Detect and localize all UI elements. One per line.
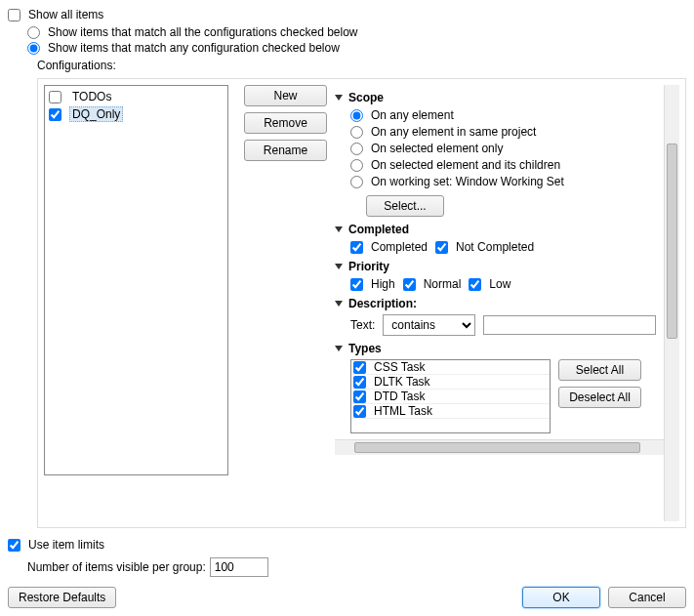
priority-high-label: High [371, 277, 395, 291]
scope-selected-label: On selected element only [371, 142, 503, 155]
priority-low-checkbox[interactable] [469, 278, 481, 291]
type-item-label: DTD Task [374, 390, 425, 403]
type-item[interactable]: DLTK Task [351, 375, 550, 390]
type-item-checkbox[interactable] [353, 405, 366, 418]
priority-header[interactable]: Priority [335, 260, 656, 273]
priority-low-label: Low [489, 277, 510, 291]
configurations-label: Configurations: [8, 59, 686, 72]
select-working-set-button[interactable]: Select... [366, 195, 444, 217]
use-item-limits-checkbox[interactable] [8, 539, 20, 552]
type-item-label: DLTK Task [374, 375, 430, 389]
type-item-checkbox[interactable] [353, 361, 366, 374]
scope-any-label: On any element [371, 108, 454, 122]
types-list[interactable]: CSS Task DLTK Task DTD Task HTML Task [350, 359, 551, 433]
scope-header[interactable]: Scope [335, 91, 656, 104]
vertical-scrollbar[interactable] [664, 85, 679, 521]
priority-normal-label: Normal [424, 277, 462, 291]
show-all-items-checkbox[interactable] [8, 9, 20, 21]
scope-any-project-radio[interactable] [350, 126, 363, 139]
scope-any-radio[interactable] [350, 109, 363, 122]
ok-button[interactable]: OK [522, 587, 600, 608]
configurations-panel: TODOs DQ_Only New Remove Rename Scope [37, 78, 686, 528]
chevron-down-icon [335, 95, 343, 101]
config-item-label: TODOs [69, 89, 114, 104]
deselect-all-button[interactable]: Deselect All [558, 387, 641, 408]
description-header[interactable]: Description: [335, 297, 656, 310]
config-item-checkbox[interactable] [49, 91, 61, 103]
select-all-button[interactable]: Select All [558, 359, 641, 381]
match-all-radio[interactable] [27, 26, 40, 39]
chevron-down-icon [335, 301, 343, 307]
rename-button[interactable]: Rename [244, 140, 327, 161]
configurations-list[interactable]: TODOs DQ_Only [44, 85, 228, 475]
completed-checkbox[interactable] [350, 241, 363, 254]
scope-working-set-label: On working set: Window Working Set [371, 175, 564, 188]
num-items-label: Number of items visible per group: [27, 560, 206, 574]
description-text-label: Text: [350, 318, 375, 332]
remove-button[interactable]: Remove [244, 112, 327, 134]
config-item-checkbox[interactable] [49, 108, 61, 121]
restore-defaults-button[interactable]: Restore Defaults [8, 587, 116, 608]
scope-any-project-label: On any element in same project [371, 125, 536, 139]
not-completed-label: Not Completed [456, 240, 534, 254]
not-completed-checkbox[interactable] [435, 241, 448, 254]
horizontal-scrollbar[interactable] [335, 439, 679, 455]
scope-selected-children-label: On selected element and its children [371, 158, 560, 172]
description-text-input[interactable] [483, 315, 656, 335]
new-button[interactable]: New [244, 85, 327, 106]
chevron-down-icon [335, 226, 343, 232]
num-items-input[interactable] [210, 557, 268, 577]
type-item-checkbox[interactable] [353, 390, 366, 403]
type-item[interactable]: DTD Task [351, 390, 550, 404]
type-item-label: HTML Task [374, 404, 432, 418]
details-panel: Scope On any element On any element in s… [335, 85, 679, 521]
priority-high-checkbox[interactable] [350, 278, 363, 291]
config-item[interactable]: TODOs [47, 88, 225, 105]
type-item[interactable]: HTML Task [351, 404, 550, 419]
show-all-items-label: Show all items [28, 8, 103, 21]
type-item-checkbox[interactable] [353, 376, 366, 389]
description-operator-select[interactable]: contains [383, 314, 475, 336]
match-any-label: Show items that match any configuration … [48, 41, 340, 55]
cancel-button[interactable]: Cancel [608, 587, 686, 608]
match-any-radio[interactable] [27, 42, 40, 55]
config-item[interactable]: DQ_Only [47, 105, 225, 123]
type-item-label: CSS Task [374, 360, 425, 374]
scope-selected-radio[interactable] [350, 143, 363, 155]
completed-header[interactable]: Completed [335, 223, 656, 236]
priority-normal-checkbox[interactable] [403, 278, 416, 291]
completed-label: Completed [371, 240, 428, 254]
scope-selected-children-radio[interactable] [350, 159, 363, 172]
config-item-label: DQ_Only [69, 106, 123, 122]
scope-working-set-radio[interactable] [350, 176, 363, 188]
match-all-label: Show items that match all the configurat… [48, 25, 358, 39]
chevron-down-icon [335, 264, 343, 269]
types-header[interactable]: Types [335, 342, 656, 355]
use-item-limits-label: Use item limits [28, 538, 104, 552]
type-item[interactable]: CSS Task [351, 360, 550, 375]
chevron-down-icon [335, 346, 343, 351]
